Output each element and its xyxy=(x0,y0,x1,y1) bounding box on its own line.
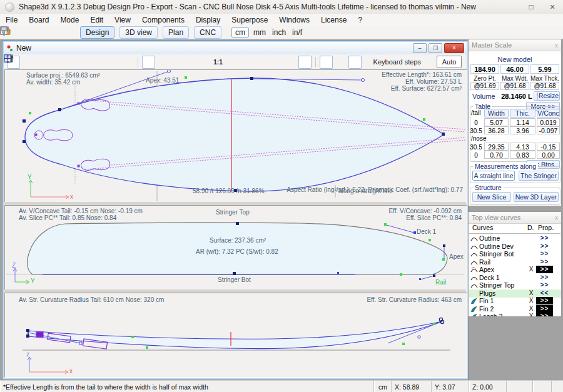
menu-components[interactable]: Components xyxy=(136,14,190,26)
unit-mm[interactable]: mm xyxy=(251,28,268,37)
prop-button[interactable]: >> xyxy=(536,243,553,250)
status-resize-grip[interactable] xyxy=(552,381,563,392)
rocker-view-icon[interactable] xyxy=(157,56,169,68)
select-points-tool-icon[interactable] xyxy=(22,56,34,68)
keyboard-steps-icon[interactable] xyxy=(423,56,435,68)
prop-button[interactable]: >> xyxy=(536,266,553,273)
curve-row-rail[interactable]: Rail>> xyxy=(469,258,562,266)
thickness-value[interactable]: 5.99 xyxy=(530,64,559,74)
deck-view-icon[interactable] xyxy=(185,56,196,68)
max-wdt-at[interactable]: @91.68 xyxy=(500,82,529,90)
zero-pt-at[interactable]: @91.69 xyxy=(470,82,499,90)
undo-icon[interactable] xyxy=(108,56,120,68)
new-slice-button[interactable]: New Slice xyxy=(472,192,511,202)
maximize-button[interactable]: □ xyxy=(520,1,542,13)
curve-row-stringer-top[interactable]: Stringer Top>> xyxy=(469,281,562,289)
rocker-view-canvas[interactable] xyxy=(5,293,467,377)
table-cell[interactable]: 36.28 xyxy=(484,126,509,134)
menu-view[interactable]: View xyxy=(109,14,136,26)
table-cell[interactable]: 5.07 xyxy=(484,118,509,126)
open-folder-icon[interactable] xyxy=(18,27,31,38)
curve-row-plugs[interactable]: PlugsX<< xyxy=(469,289,562,298)
3d-view-button[interactable]: 3D view xyxy=(119,26,158,39)
curve-row-fin-2[interactable]: Fin 2X>> xyxy=(469,305,562,313)
freehand-tool-icon[interactable] xyxy=(63,56,75,68)
prop-button[interactable]: >> xyxy=(536,313,553,317)
curve-row-apex[interactable]: ApexX>> xyxy=(469,266,562,274)
close-icon[interactable]: x xyxy=(555,214,558,221)
curve-row-deck-1[interactable]: Deck 1>> xyxy=(469,274,562,282)
menu-help[interactable]: ? xyxy=(352,14,368,26)
outline-view-icon[interactable] xyxy=(142,56,155,69)
menu-windows[interactable]: Windows xyxy=(273,14,315,26)
measure-icon[interactable] xyxy=(257,56,269,68)
curve-row-stringer-bot[interactable]: Stringer Bot>> xyxy=(469,250,562,258)
table-cell[interactable]: 0.019 xyxy=(537,118,560,126)
close-button[interactable]: × xyxy=(542,1,563,13)
menu-mode[interactable]: Mode xyxy=(54,14,84,26)
d-column-header[interactable]: D. xyxy=(527,224,534,231)
prop-button[interactable]: >> xyxy=(536,258,553,266)
table-cell[interactable]: 0.00 xyxy=(537,151,560,159)
unit-inch[interactable]: inch xyxy=(270,28,288,37)
auto-button[interactable]: Auto xyxy=(437,56,462,68)
table-cell[interactable]: 29.35 xyxy=(484,143,509,151)
prop-column-header[interactable]: Prop. xyxy=(538,224,554,231)
grid-icon[interactable] xyxy=(230,56,241,68)
zoom-tool-icon[interactable] xyxy=(36,56,48,68)
3d-wireframe-icon[interactable] xyxy=(198,56,210,68)
width-value[interactable]: 46.00 xyxy=(500,64,529,74)
fin-tool-icon[interactable] xyxy=(298,56,312,69)
menu-board[interactable]: Board xyxy=(23,14,54,26)
prop-button[interactable]: >> xyxy=(536,297,553,304)
table-cell[interactable]: 0.70 xyxy=(484,151,509,159)
prop-button[interactable]: >> xyxy=(536,234,553,242)
vconc-column-header[interactable]: V/Conc xyxy=(537,109,560,118)
scale-1-1-button[interactable]: 1:1 xyxy=(212,56,224,68)
redo-icon[interactable] xyxy=(122,56,134,68)
export-icon[interactable] xyxy=(56,27,70,38)
resize-button[interactable]: Resize xyxy=(537,91,560,101)
stringer-button[interactable]: The Stringer xyxy=(519,171,559,181)
center-marker-icon[interactable] xyxy=(271,56,283,68)
curve-row-fin-1[interactable]: Fin 1X>> xyxy=(469,297,562,305)
close-icon[interactable]: x xyxy=(555,42,558,49)
prop-button[interactable]: << xyxy=(536,289,553,297)
menu-superpose[interactable]: Superpose xyxy=(226,14,273,26)
doc-restore-button[interactable]: ❐ xyxy=(429,43,442,53)
paste-tool-icon[interactable] xyxy=(91,56,103,68)
curve-row-outline-dev[interactable]: Outline Dev>> xyxy=(469,243,562,251)
max-thck-at[interactable]: @91.68 xyxy=(530,82,559,90)
design-mode-button[interactable]: Design xyxy=(80,26,114,39)
width-column-header[interactable]: Width xyxy=(484,109,509,118)
save-icon[interactable] xyxy=(34,27,48,38)
properties-panel-icon[interactable] xyxy=(348,56,362,69)
doc-minimize-button[interactable]: – xyxy=(413,43,427,53)
menu-license[interactable]: License xyxy=(315,14,352,26)
stringer-curves-icon[interactable] xyxy=(320,56,333,69)
menu-edit[interactable]: Edit xyxy=(84,14,109,26)
cnc-button[interactable]: CNC xyxy=(194,26,221,39)
slices-panel-icon[interactable] xyxy=(243,56,255,68)
straight-line-button[interactable]: A straight line xyxy=(472,171,515,181)
prop-button[interactable]: >> xyxy=(536,281,553,289)
document-titlebar[interactable]: New – ❐ × xyxy=(4,42,467,55)
table-cell[interactable]: -0.15 xyxy=(537,143,560,151)
new-3d-layer-button[interactable]: New 3D Layer xyxy=(514,192,559,202)
curves-column-header[interactable]: Curves xyxy=(472,224,493,231)
color-settings-icon[interactable] xyxy=(335,56,347,68)
curve-row-leash-2[interactable]: Leash 2X>> xyxy=(469,313,562,317)
slice-view-icon[interactable] xyxy=(171,56,183,68)
thic-column-header[interactable]: Thic. Str xyxy=(510,109,535,118)
table-cell[interactable]: 0.83 xyxy=(510,151,535,159)
zoom-window-tool-icon[interactable] xyxy=(49,56,61,68)
curves-panel-titlebar[interactable]: Top view curves x xyxy=(469,212,561,224)
plan-button[interactable]: Plan xyxy=(163,26,189,39)
copy-tool-icon[interactable] xyxy=(77,56,89,68)
unit-cm[interactable]: cm xyxy=(231,28,249,38)
table-cell[interactable]: 1.14 xyxy=(510,118,535,126)
table-cell[interactable]: 4.13 xyxy=(510,143,535,151)
length-value[interactable]: 184.90 xyxy=(470,64,499,74)
menu-display[interactable]: Display xyxy=(190,14,226,26)
profile-view-icon[interactable] xyxy=(285,56,297,68)
